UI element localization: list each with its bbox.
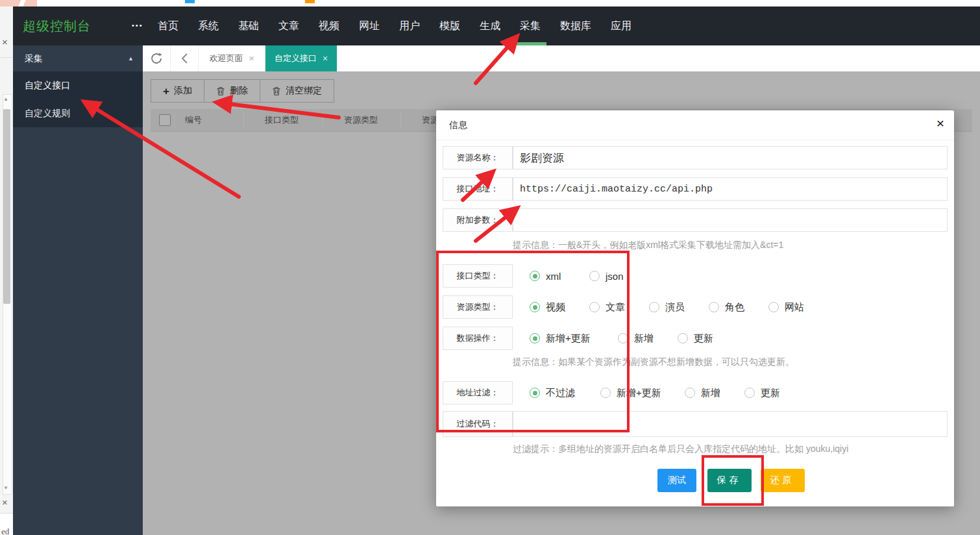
scrollbar-thumb[interactable] xyxy=(3,109,10,304)
sidebar-submenu: 自定义接口 自定义规则 xyxy=(13,71,143,127)
radio-no-filter[interactable]: 不过滤 xyxy=(530,381,575,404)
tab-label: 欢迎页面 xyxy=(209,53,243,64)
sidebar: 采集 ▲ 自定义接口 自定义规则 xyxy=(13,45,143,535)
radio-icon xyxy=(530,333,540,343)
nav-item-url[interactable]: 网址 xyxy=(349,6,389,45)
extra-params-input[interactable] xyxy=(513,208,948,232)
radio-video[interactable]: 视频 xyxy=(530,295,565,319)
dialog-close-icon[interactable]: × xyxy=(937,116,944,131)
form-row-resource-name: 资源名称： xyxy=(443,146,948,169)
radio-icon xyxy=(530,302,540,312)
radio-icon xyxy=(600,388,611,398)
radio-icon xyxy=(709,302,719,312)
radio-filter-update[interactable]: 更新 xyxy=(744,381,780,404)
radio-icon xyxy=(530,271,540,281)
extra-params-hint: 提示信息：一般&开头，例如老版xml格式采集下载地址需加入&ct=1 xyxy=(513,240,783,250)
chevron-left-icon xyxy=(180,52,189,65)
form-row-resource-type: 资源类型： 视频 文章 演员 角色 网站 xyxy=(443,295,948,319)
nav-item-generate[interactable]: 生成 xyxy=(470,6,510,45)
sidebar-group-label: 采集 xyxy=(25,53,43,64)
sidebar-group-collect[interactable]: 采集 ▲ xyxy=(13,45,143,71)
scroll-down-icon[interactable]: ▼ xyxy=(3,485,8,491)
dialog-title: 信息 xyxy=(449,110,467,140)
radio-website[interactable]: 网站 xyxy=(768,295,804,319)
nav-item-home[interactable]: 首页 xyxy=(148,6,188,45)
save-button[interactable]: 保存 xyxy=(707,469,752,492)
tab-bar: 欢迎页面 × 自定义接口 × xyxy=(143,45,980,72)
nav-item-app[interactable]: 应用 xyxy=(601,6,641,45)
sidebar-item-custom-api[interactable]: 自定义接口 xyxy=(13,71,143,99)
tab-close-icon[interactable]: × xyxy=(323,53,328,64)
background-text: ed xyxy=(1,527,9,535)
sidebar-item-custom-rule[interactable]: 自定义规则 xyxy=(13,99,143,127)
radio-icon xyxy=(618,333,628,343)
radio-update[interactable]: 更新 xyxy=(678,327,713,350)
radio-icon xyxy=(649,302,659,312)
radio-filter-add[interactable]: 新增 xyxy=(685,381,720,404)
resource-name-label: 资源名称： xyxy=(443,146,513,169)
admin-console-screenshot: × ▲ ▼ × ed 超级控制台 ••• 首页 系统 基础 文章 视频 网址 用… xyxy=(0,0,980,535)
radio-icon xyxy=(685,388,695,398)
divider xyxy=(0,57,13,58)
tab-welcome[interactable]: 欢迎页面 × xyxy=(199,45,265,71)
close-icon[interactable]: × xyxy=(2,38,8,47)
resource-type-label: 资源类型： xyxy=(443,295,513,319)
api-url-input[interactable] xyxy=(513,177,948,201)
test-button[interactable]: 测试 xyxy=(657,469,696,492)
scroll-up-icon[interactable]: ▲ xyxy=(3,96,8,102)
address-filter-label: 地址过滤： xyxy=(443,381,513,404)
radio-icon xyxy=(678,333,688,343)
filter-code-label: 过滤代码： xyxy=(443,411,513,437)
nav-item-template[interactable]: 模版 xyxy=(430,6,470,45)
background-window-strip: × ▲ ▼ × ed xyxy=(0,6,14,535)
radio-json[interactable]: json xyxy=(589,264,624,288)
radio-add-update[interactable]: 新增+更新 xyxy=(530,327,591,350)
blue-favicon-fragment xyxy=(185,0,195,3)
radio-icon xyxy=(589,302,600,312)
tab-back-button[interactable] xyxy=(171,45,199,71)
nav-item-database[interactable]: 数据库 xyxy=(550,6,601,45)
form-row-address-filter: 地址过滤： 不过滤 新增+更新 新增 更新 xyxy=(443,381,948,404)
tab-close-icon[interactable]: × xyxy=(249,53,254,64)
form-row-interface-type: 接口类型： xml json xyxy=(443,264,948,288)
nav-item-basic[interactable]: 基础 xyxy=(228,6,269,45)
divider xyxy=(436,140,954,140)
radio-xml[interactable]: xml xyxy=(530,264,561,288)
ellipsis-menu-icon[interactable]: ••• xyxy=(132,6,143,44)
radio-filter-add-update[interactable]: 新增+更新 xyxy=(600,381,661,404)
app-logo[interactable]: 超级控制台 xyxy=(23,6,91,45)
form-row-extra-params: 附加参数： xyxy=(443,208,948,232)
api-url-label: 接口地址： xyxy=(443,177,513,201)
extra-params-label: 附加参数： xyxy=(443,208,513,232)
top-navigation-bar: 超级控制台 ••• 首页 系统 基础 文章 视频 网址 用户 模版 生成 采集 … xyxy=(13,6,980,45)
collapse-icon: ▲ xyxy=(128,45,134,71)
interface-type-label: 接口类型： xyxy=(443,264,513,288)
radio-actor[interactable]: 演员 xyxy=(649,295,685,319)
radio-role[interactable]: 角色 xyxy=(709,295,744,319)
close-icon[interactable]: × xyxy=(2,498,8,507)
form-row-filter-code: 过滤代码： xyxy=(443,411,948,437)
nav-item-article[interactable]: 文章 xyxy=(269,6,309,45)
resource-name-input[interactable] xyxy=(513,146,948,169)
background-window-bottom: ed xyxy=(0,513,13,535)
radio-icon xyxy=(530,388,540,398)
nav-item-system[interactable]: 系统 xyxy=(188,6,228,45)
radio-icon xyxy=(589,271,600,281)
form-row-data-operation: 数据操作： 新增+更新 新增 更新 xyxy=(443,327,948,350)
nav-item-collect[interactable]: 采集 xyxy=(510,6,550,45)
info-dialog: 信息 × 资源名称： 接口地址： 附加参数： 提示信息：一般&开头，例如老版xm… xyxy=(436,110,954,506)
refresh-icon xyxy=(149,51,164,66)
filter-code-input[interactable] xyxy=(513,411,948,437)
tab-label: 自定义接口 xyxy=(275,53,317,64)
tab-custom-api[interactable]: 自定义接口 × xyxy=(265,45,337,71)
form-row-api-url: 接口地址： xyxy=(443,177,948,201)
restore-button[interactable]: 还原 xyxy=(761,469,805,492)
top-menu: 首页 系统 基础 文章 视频 网址 用户 模版 生成 采集 数据库 应用 xyxy=(148,6,641,45)
nav-item-video[interactable]: 视频 xyxy=(309,6,349,45)
radio-icon xyxy=(768,302,779,312)
refresh-button[interactable] xyxy=(143,45,171,71)
nav-item-user[interactable]: 用户 xyxy=(389,6,430,45)
data-operation-hint: 提示信息：如果某个资源作为副资源不想新增数据，可以只勾选更新。 xyxy=(513,356,794,367)
radio-add[interactable]: 新增 xyxy=(618,327,654,350)
radio-article[interactable]: 文章 xyxy=(589,295,625,319)
